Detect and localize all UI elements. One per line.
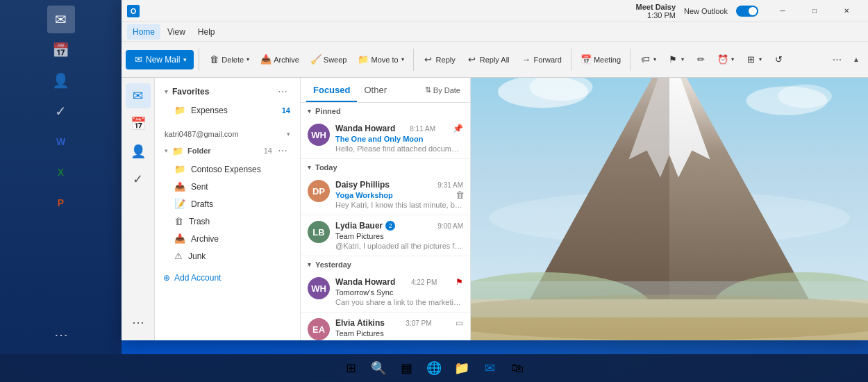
email-item-wanda-yesterday[interactable]: WH Wanda Howard 4:22 PM ⚑ Tomorrow's Syn… bbox=[301, 272, 470, 313]
window-controls: ─ □ ✕ bbox=[767, 0, 862, 22]
today-section-header[interactable]: ▾ Today bbox=[301, 159, 470, 174]
favorites-kebab[interactable]: ⋯ bbox=[275, 85, 290, 99]
svg-rect-13 bbox=[471, 281, 868, 317]
sidebar-todo-icon[interactable]: ✓ bbox=[126, 167, 151, 192]
new-outlook-toggle[interactable] bbox=[736, 6, 758, 17]
forward-button[interactable]: → Forward bbox=[517, 51, 566, 68]
outlook-app-icon: O bbox=[127, 5, 140, 17]
flag-button[interactable]: ⚑ ▾ bbox=[663, 51, 688, 68]
tags-icon: 🏷 bbox=[640, 54, 651, 65]
meeting-button[interactable]: 📅 Meeting bbox=[576, 51, 625, 68]
nav-excel-icon[interactable]: X bbox=[47, 158, 75, 186]
taskbar-start-button[interactable]: ⊞ bbox=[338, 356, 363, 381]
menu-bar: Home View Help bbox=[122, 22, 868, 42]
undo-button[interactable]: ↺ bbox=[769, 51, 788, 68]
contoso-icon: 📁 bbox=[174, 164, 185, 174]
ribbon: ✉ New Mail ▾ 🗑 Delete ▾ 📥 Archive 🧹 Swee… bbox=[122, 42, 868, 78]
ribbon-more-button[interactable]: ··· bbox=[828, 51, 846, 69]
folder-item-sent[interactable]: 📤 Sent bbox=[160, 178, 294, 195]
email-item-elvia[interactable]: EA Elvia Atikins 3:07 PM ▭ Team Pictures… bbox=[301, 313, 470, 340]
title-bar-left: O bbox=[127, 5, 140, 17]
new-mail-icon: ✉ bbox=[133, 54, 144, 65]
menu-view[interactable]: View bbox=[162, 24, 191, 40]
pinned-chevron: ▾ bbox=[308, 108, 311, 115]
taskbar-mail-icon[interactable]: ✉ bbox=[477, 356, 502, 381]
new-mail-button[interactable]: ✉ New Mail ▾ bbox=[126, 50, 194, 69]
add-account-button[interactable]: ⊕ Add Account bbox=[155, 269, 300, 287]
pinned-section-header[interactable]: ▾ Pinned bbox=[301, 103, 470, 118]
nav-todo-icon[interactable]: ✓ bbox=[47, 97, 75, 125]
tab-other[interactable]: Other bbox=[357, 78, 394, 102]
menu-home[interactable]: Home bbox=[127, 24, 160, 40]
folder-item-archive[interactable]: 📥 Archive bbox=[160, 230, 294, 247]
sweep-icon: 🧹 bbox=[310, 54, 322, 65]
menu-help[interactable]: Help bbox=[192, 24, 221, 40]
avatar: WH bbox=[308, 124, 330, 146]
delete-icon: 🗑 bbox=[208, 54, 219, 65]
nav-more-icon[interactable]: ⋯ bbox=[47, 321, 75, 349]
taskbar-store-icon[interactable]: 🛍 bbox=[505, 356, 530, 381]
trash-icon: 🗑 bbox=[174, 216, 183, 226]
ribbon-collapse-button[interactable]: ▲ bbox=[849, 53, 864, 66]
grid-chevron: ▾ bbox=[759, 56, 762, 63]
reply-icon: ↩ bbox=[423, 54, 434, 65]
email-content: Wanda Howard 4:22 PM ⚑ Tomorrow's Sync C… bbox=[335, 277, 463, 306]
favorites-header[interactable]: ▾ Favorites ⋯ bbox=[160, 82, 294, 101]
sent-icon: 📤 bbox=[174, 181, 185, 192]
favorites-title: ▾ Favorites bbox=[165, 87, 209, 97]
taskbar-widgets-icon[interactable]: ▦ bbox=[394, 356, 419, 381]
folder-kebab[interactable]: ⋯ bbox=[275, 144, 290, 158]
calendar-small-icon: ▭ bbox=[456, 318, 463, 328]
folder-item-trash[interactable]: 🗑 Trash bbox=[160, 213, 294, 230]
sidebar-more-icon[interactable]: ⋯ bbox=[126, 310, 151, 335]
account-row[interactable]: katri0487@gmail.com ▾ bbox=[160, 127, 294, 141]
add-account-icon: ⊕ bbox=[163, 273, 170, 283]
sort-button[interactable]: ⇅ By Date bbox=[421, 83, 465, 97]
junk-icon: ⚠ bbox=[174, 251, 183, 261]
tab-focused[interactable]: Focused bbox=[306, 78, 357, 102]
delete-email-icon[interactable]: 🗑 bbox=[456, 190, 465, 200]
yesterday-section-header[interactable]: ▾ Yesterday bbox=[301, 256, 470, 272]
taskbar-edge-icon[interactable]: 🌐 bbox=[422, 356, 446, 381]
folder-panel: ▾ Favorites ⋯ 📁 Expenses 14 katri0487@gm… bbox=[155, 78, 301, 340]
outlook-window: O Meet Daisy 1:30 PM New Outlook ─ □ ✕ H… bbox=[122, 0, 868, 340]
taskbar-explorer-icon[interactable]: 📁 bbox=[449, 356, 474, 381]
tags-button[interactable]: 🏷 ▾ bbox=[635, 51, 660, 68]
avatar: WH bbox=[308, 277, 330, 299]
reply-button[interactable]: ↩ Reply bbox=[419, 51, 460, 68]
grid-button[interactable]: ⊞ ▾ bbox=[741, 51, 766, 68]
maximize-button[interactable]: □ bbox=[799, 0, 831, 22]
nav-ppt-icon[interactable]: P bbox=[47, 189, 75, 217]
close-button[interactable]: ✕ bbox=[831, 0, 862, 22]
app-left-nav: ✉ 📅 👤 ✓ W X P ⋯ bbox=[0, 0, 122, 354]
svg-point-12 bbox=[778, 85, 832, 108]
folder-item-drafts[interactable]: 📝 Drafts bbox=[160, 195, 294, 213]
move-to-button[interactable]: 📁 Move to ▾ bbox=[353, 51, 408, 68]
reading-pane bbox=[471, 78, 868, 340]
delete-button[interactable]: 🗑 Delete ▾ bbox=[204, 51, 253, 68]
mountain-background bbox=[471, 78, 868, 340]
nav-people-icon[interactable]: 👤 bbox=[47, 67, 75, 94]
archive-folder-icon: 📥 bbox=[174, 233, 185, 244]
pen-button[interactable]: ✏ bbox=[691, 51, 710, 68]
email-item-daisy[interactable]: DP Daisy Phillips 9:31 AM Yoga Workshop … bbox=[301, 174, 470, 215]
new-outlook-label: New Outlook bbox=[684, 7, 728, 15]
sidebar-people-icon[interactable]: 👤 bbox=[126, 139, 151, 164]
sweep-button[interactable]: 🧹 Sweep bbox=[306, 51, 351, 68]
minimize-button[interactable]: ─ bbox=[767, 0, 799, 22]
folder-item-contoso[interactable]: 📁 Contoso Expenses bbox=[160, 160, 294, 178]
folder-item-junk[interactable]: ⚠ Junk bbox=[160, 247, 294, 265]
time-button[interactable]: ⏰ ▾ bbox=[713, 51, 738, 68]
archive-button[interactable]: 📥 Archive bbox=[256, 51, 303, 68]
nav-mail-icon[interactable]: ✉ bbox=[47, 6, 75, 33]
reply-all-button[interactable]: ↩ Reply All bbox=[462, 51, 514, 68]
nav-calendar-icon[interactable]: 📅 bbox=[47, 36, 75, 64]
sidebar-mail-icon[interactable]: ✉ bbox=[126, 83, 151, 108]
sidebar-calendar-icon[interactable]: 📅 bbox=[126, 111, 151, 136]
email-item-lydia[interactable]: LB Lydia Bauer 2 9:00 AM Team Pictures @… bbox=[301, 215, 470, 256]
taskbar-search-icon[interactable]: 🔍 bbox=[366, 356, 391, 381]
yesterday-chevron: ▾ bbox=[308, 261, 311, 268]
nav-word-icon[interactable]: W bbox=[47, 128, 75, 156]
email-item-wanda-pinned[interactable]: WH Wanda Howard 8:11 AM 📌 The One and On… bbox=[301, 118, 470, 159]
folder-item-expenses[interactable]: 📁 Expenses 14 bbox=[160, 101, 294, 119]
